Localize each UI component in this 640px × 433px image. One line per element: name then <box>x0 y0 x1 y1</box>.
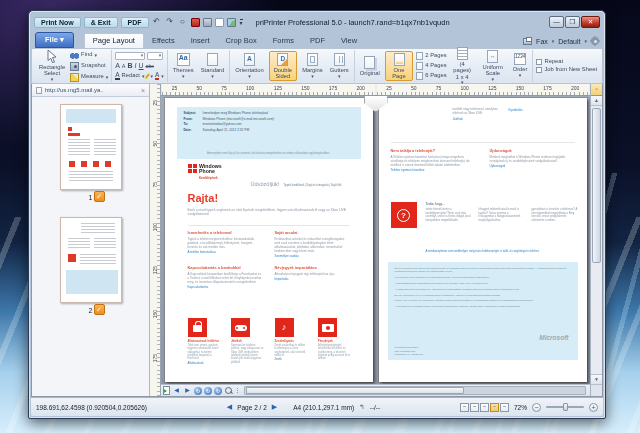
ribbon-tab[interactable]: Crop Box <box>217 34 264 48</box>
quick-access-more-icon[interactable]: ▾ <box>240 19 243 26</box>
zoom-slider[interactable] <box>546 406 584 408</box>
view-mode-icon-1[interactable] <box>460 403 469 412</box>
file-menu-button[interactable]: File ▾ <box>35 32 74 48</box>
vertical-scrollbar[interactable] <box>591 106 602 374</box>
horizontal-scrollbar-thumb[interactable] <box>246 387 464 394</box>
bold-button[interactable]: B <box>128 62 133 70</box>
undo-icon[interactable]: ↶ <box>152 17 162 27</box>
add-page-icon[interactable] <box>163 386 170 395</box>
font-name-combo[interactable] <box>115 52 145 60</box>
redo-icon[interactable]: ↷ <box>165 17 175 27</box>
font-size-combo[interactable] <box>147 52 163 60</box>
vertical-scrollbar-thumb[interactable] <box>592 108 601 263</box>
n-pages-button[interactable]: (4 pages) 1 x 4 ▾ <box>450 46 475 86</box>
image-export-icon[interactable] <box>227 18 236 27</box>
view-mode-icon-4[interactable] <box>490 403 499 412</box>
measure-button[interactable]: Measure▾ <box>70 73 108 82</box>
job-from-new-sheet-checkbox-row[interactable]: Job from New Sheet <box>536 67 597 73</box>
view-mode-icon-2[interactable] <box>470 403 479 412</box>
preview-page-1[interactable]: Subject: Ismerkedjen meg Windows Phone-t… <box>165 98 373 382</box>
zoom-in-button[interactable]: + <box>589 403 598 412</box>
order-button[interactable]: 1234 Order▾ <box>511 52 530 79</box>
italic-button[interactable]: I <box>135 62 137 70</box>
printer-select-arrow-icon[interactable]: ▾ <box>552 38 555 44</box>
document-tab-close-icon[interactable]: × <box>141 87 145 94</box>
splitter-handle[interactable] <box>235 388 240 393</box>
zoom-slider-thumb[interactable] <box>563 403 568 411</box>
themes-button[interactable]: Aa Themes▾ <box>171 52 196 80</box>
next-page-arrow-icon[interactable]: ▶ <box>272 403 277 411</box>
pages-option-button[interactable]: 6 Pages <box>416 72 446 80</box>
job-from-new-sheet-checkbox[interactable] <box>536 67 542 73</box>
find-button[interactable]: Find▾ <box>70 51 108 60</box>
scroll-down-icon[interactable]: ▼ <box>591 374 602 384</box>
repeat-checkbox-row[interactable]: Repeat <box>536 59 597 65</box>
next-page-icon[interactable]: ▶ <box>183 386 192 395</box>
ribbon-tab[interactable]: Forms <box>265 34 302 48</box>
minimize-button[interactable]: — <box>549 16 564 28</box>
tab-page-layout[interactable]: Page Layout <box>84 33 144 48</box>
grow-font-button[interactable]: A <box>115 62 120 70</box>
shrink-font-button[interactable]: A <box>122 62 126 70</box>
page-2-thumbnail[interactable] <box>60 217 122 303</box>
page-1-check-badge[interactable]: ✓ <box>94 191 105 202</box>
pdf-button[interactable]: PDF <box>121 17 149 28</box>
rectangle-select-button[interactable]: Rectangle Select▾ <box>37 49 67 83</box>
print-and-exit-button[interactable]: & Exit <box>84 17 118 28</box>
email-header-value: martonlendvai@yahoo.com <box>203 122 242 126</box>
rotate-view-icon-2[interactable]: ↻ <box>204 387 212 395</box>
ruler-options-button[interactable]: ▫ <box>591 84 602 96</box>
zoom-out-button[interactable]: − <box>532 403 541 412</box>
margins-button[interactable]: Margins▾ <box>300 52 325 80</box>
page-frame-icon[interactable] <box>215 18 224 27</box>
page-1-thumbnail[interactable] <box>60 104 122 190</box>
original-button[interactable]: Original <box>358 55 382 77</box>
cursor-arrow-icon <box>47 50 58 63</box>
ribbon-tab[interactable]: Effects <box>144 34 183 48</box>
prev-page-icon[interactable]: ◀ <box>172 386 181 395</box>
ribbon-tab[interactable]: PDF <box>302 34 333 48</box>
preview-page-2[interactable]: további négy telefonnal, amelyhez elérhe… <box>379 98 587 382</box>
ribbon-tab[interactable]: View <box>333 34 365 48</box>
restore-button[interactable]: ❐ <box>565 16 580 28</box>
uniform-scale-button[interactable]: Uniform Scale▾ <box>478 49 508 83</box>
double-sided-button[interactable]: Double Sided <box>269 51 297 81</box>
view-mode-icon-5[interactable] <box>500 403 509 412</box>
orientation-button[interactable]: Orientation▾ <box>233 52 265 80</box>
font-color-button[interactable]: A <box>155 72 159 80</box>
zoom-tool-icon[interactable] <box>224 386 233 395</box>
view-mode-icon-3[interactable] <box>480 403 489 412</box>
scroll-up-icon[interactable]: ▲ <box>591 96 602 106</box>
repeat-checkbox[interactable] <box>536 59 542 65</box>
print-preview-icon[interactable] <box>203 18 212 27</box>
print-now-button[interactable]: Print Now <box>34 17 81 28</box>
standard-button[interactable]: Standard▾ <box>199 52 227 80</box>
redact-button[interactable]: Redact <box>122 73 140 79</box>
pages-option-button[interactable]: 4 Pages <box>416 62 446 70</box>
v-ruler-tick-label: 150 <box>152 310 158 318</box>
snapshot-button[interactable]: Snapshot <box>70 62 108 71</box>
h-ruler-segment-1: 255075100125150175200 <box>162 84 375 95</box>
printer-select[interactable]: Fax <box>536 38 548 45</box>
one-page-button[interactable]: One Page <box>385 51 414 81</box>
profile-select-arrow-icon[interactable]: ▾ <box>584 38 587 44</box>
horizontal-scrollbar[interactable] <box>244 386 586 395</box>
prev-page-arrow-icon[interactable]: ◀ <box>227 403 232 411</box>
page-2-check-badge[interactable]: ✓ <box>94 304 105 315</box>
rotate-page-icon[interactable]: ↰ <box>359 403 364 411</box>
profile-select[interactable]: Default <box>558 38 580 45</box>
pages-option-button[interactable]: 2 Pages <box>416 52 446 60</box>
title-bar[interactable]: Print Now & Exit PDF ↶ ↷ ○ ▾ priPrinter … <box>31 11 603 31</box>
refresh-icon[interactable]: ○ <box>178 17 188 27</box>
rotate-view-icon-3[interactable]: ↻ <box>214 387 222 395</box>
document-tab[interactable]: http://us.mg5.mail.ya.. × <box>32 84 149 97</box>
strikethrough-button[interactable]: abe <box>146 62 154 70</box>
order-grid-4: 4 <box>523 54 526 59</box>
close-button[interactable]: ✕ <box>581 16 600 28</box>
rotate-view-icon-1[interactable]: ↻ <box>194 387 202 395</box>
underline-button[interactable]: U <box>139 62 144 70</box>
adobe-pdf-icon[interactable] <box>191 18 200 27</box>
ribbon-tab[interactable]: Insert <box>183 34 218 48</box>
gutters-button[interactable]: Gutters▾ <box>328 52 351 80</box>
gear-icon[interactable] <box>591 37 599 45</box>
